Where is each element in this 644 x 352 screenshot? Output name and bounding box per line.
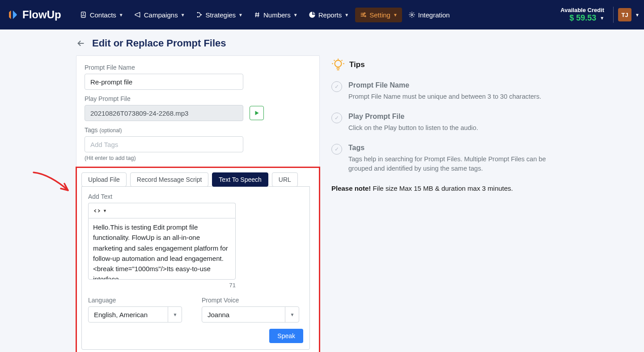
chevron-down-icon: ▼: [635, 13, 640, 17]
svg-point-2: [197, 12, 198, 13]
tip-body: Click on the Play button to listen to th…: [348, 123, 478, 133]
tts-highlight-region: Upload File Record Message Script Text T…: [76, 167, 320, 352]
tips-panel: Tips ✓ Prompt File Name Prompt File Name…: [331, 55, 568, 192]
logo-mark-icon: [8, 9, 20, 21]
tip-item: ✓ Play Prompt File Click on the Play but…: [331, 113, 568, 133]
tts-text-input[interactable]: Hello.This is testing Edit prompt file f…: [88, 218, 236, 280]
tip-item: ✓ Prompt File Name Prompt File Name must…: [331, 81, 568, 102]
settings-icon: [360, 11, 367, 18]
strategies-icon: [196, 11, 203, 18]
caret-down-icon: ▼: [103, 209, 107, 213]
tags-input[interactable]: [85, 136, 243, 152]
credit-block: Available Credit $ 59.53 ▼: [560, 7, 604, 23]
tab-upload-file[interactable]: Upload File: [81, 172, 127, 187]
svg-point-8: [411, 14, 413, 16]
nav-integration[interactable]: Integration: [404, 8, 454, 22]
language-select[interactable]: English, American: [88, 306, 182, 323]
tab-url[interactable]: URL: [272, 172, 298, 187]
ssml-insert-button[interactable]: ▼: [88, 203, 236, 218]
numbers-icon: [254, 11, 261, 18]
nav-setting[interactable]: Setting ▼: [355, 8, 402, 22]
brand-name: FlowUp: [22, 8, 61, 21]
prompt-form-card: Prompt File Name Play Prompt File Tags (…: [76, 55, 320, 352]
voice-select[interactable]: Joanna: [202, 306, 299, 323]
svg-point-7: [365, 16, 366, 17]
tip-heading: Prompt File Name: [348, 81, 541, 89]
nav-contacts[interactable]: Contacts ▼: [76, 8, 128, 22]
check-icon: ✓: [331, 113, 342, 123]
svg-point-5: [364, 13, 365, 14]
nav-strategies[interactable]: Strategies ▼: [191, 8, 247, 22]
svg-point-9: [335, 60, 342, 67]
tip-body: Prompt File Name must be unique and betw…: [348, 92, 541, 102]
check-icon: ✓: [331, 81, 342, 92]
tab-record-message[interactable]: Record Message Script: [130, 172, 209, 187]
nav-campaigns[interactable]: Campaigns ▼: [130, 8, 190, 22]
chevron-down-icon: ▼: [344, 13, 349, 17]
svg-point-3: [197, 16, 198, 17]
prompt-file-readonly: [85, 105, 243, 121]
char-count: 71: [88, 282, 236, 289]
tip-body: Tags help in searching for Prompt Files.…: [348, 155, 568, 174]
reports-icon: [309, 11, 316, 18]
integration-icon: [408, 11, 415, 18]
svg-point-1: [83, 13, 84, 15]
add-text-label: Add Text: [88, 193, 303, 200]
chevron-down-icon: ▼: [181, 13, 185, 17]
lightbulb-icon: [331, 58, 345, 71]
brand-logo[interactable]: FlowUp: [8, 8, 61, 21]
tip-heading: Tags: [348, 144, 568, 152]
svg-rect-0: [81, 12, 85, 17]
play-button[interactable]: [250, 106, 264, 120]
voice-label: Prompt Voice: [202, 297, 299, 304]
language-label: Language: [88, 297, 182, 304]
divider: [613, 7, 614, 23]
credit-dropdown[interactable]: $ 59.53 ▼: [560, 13, 604, 23]
prompt-name-input[interactable]: [85, 74, 243, 90]
tab-text-to-speech[interactable]: Text To Speech: [212, 172, 268, 187]
campaigns-icon: [134, 11, 141, 18]
contacts-icon: [80, 11, 87, 18]
name-label: Prompt File Name: [85, 64, 311, 71]
file-size-note: Please note! File size Max 15 MB & durat…: [331, 184, 568, 192]
nav-reports[interactable]: Reports ▼: [304, 8, 353, 22]
chevron-down-icon: ▼: [393, 13, 398, 17]
credit-amount: $ 59.53: [569, 13, 596, 23]
check-icon: ✓: [331, 144, 342, 155]
svg-point-6: [363, 14, 364, 16]
chevron-down-icon: ▼: [119, 13, 123, 17]
tip-item: ✓ Tags Tags help in searching for Prompt…: [331, 144, 568, 174]
credit-label: Available Credit: [560, 7, 604, 13]
user-menu[interactable]: TJ ▼: [618, 8, 640, 21]
page-title: Edit or Replace Prompt Files: [92, 38, 226, 49]
annotation-arrow-icon: [31, 169, 76, 200]
avatar: TJ: [618, 8, 631, 21]
nav-numbers[interactable]: Numbers ▼: [249, 8, 302, 22]
chevron-down-icon: ▼: [600, 16, 604, 21]
tags-label: Tags (optional): [85, 126, 311, 134]
tips-title: Tips: [349, 60, 365, 69]
speak-button[interactable]: Speak: [269, 329, 303, 343]
play-label: Play Prompt File: [85, 95, 311, 102]
chevron-down-icon: ▼: [238, 13, 243, 17]
tip-heading: Play Prompt File: [348, 113, 478, 121]
chevron-down-icon: ▼: [293, 13, 298, 17]
tags-hint: (Hit enter to add tag): [85, 155, 311, 161]
back-button[interactable]: [76, 38, 86, 48]
top-navbar: FlowUp Contacts ▼ Campaigns ▼ Strategies…: [0, 0, 644, 29]
nav-items: Contacts ▼ Campaigns ▼ Strategies ▼ Numb…: [76, 8, 454, 22]
